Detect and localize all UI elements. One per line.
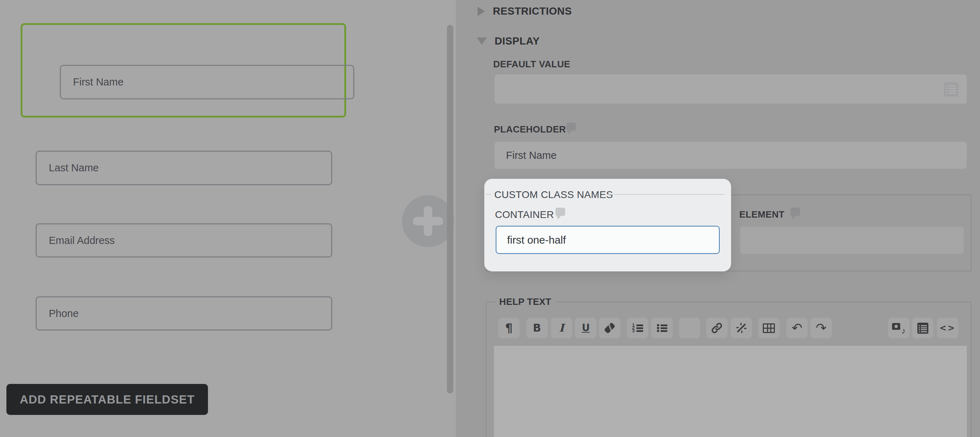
tooltip-icon[interactable] <box>791 208 800 216</box>
paragraph-icon: ¶ <box>505 322 513 334</box>
unlink-icon <box>735 322 748 334</box>
element-class-label: ELEMENT <box>739 209 784 220</box>
tooltip-icon[interactable] <box>566 122 576 131</box>
section-label: DISPLAY <box>495 35 540 47</box>
form-builder-screen: { "form_preview": { "fields": [ {"placeh… <box>0 0 980 437</box>
code-icon: <> <box>939 324 956 332</box>
field-placeholder-text: First Name <box>61 76 124 88</box>
italic-icon: I <box>559 323 564 333</box>
data-fields-icon <box>917 323 928 334</box>
container-class-input[interactable]: first one-half <box>496 226 720 254</box>
field-settings-panel: RESTRICTIONS DISPLAY DEFAULT VALUE PLACE… <box>456 0 980 437</box>
table-icon <box>763 323 775 333</box>
toolbar-bold-button[interactable]: B <box>526 318 548 338</box>
custom-class-names-legend: CUSTOM CLASS NAMES <box>494 189 613 200</box>
section-display[interactable]: DISPLAY <box>477 35 540 47</box>
toolbar-italic-button[interactable]: I <box>551 318 572 338</box>
container-class-label: CONTAINER <box>495 209 554 221</box>
expanded-arrow-icon <box>477 37 487 45</box>
placeholder-text: First Name <box>495 149 557 161</box>
help-text-legend: HELP TEXT <box>495 296 555 307</box>
toolbar-paragraph-button[interactable]: ¶ <box>498 318 520 338</box>
container-class-text: first one-half <box>496 234 566 246</box>
default-value-label: DEFAULT VALUE <box>493 59 571 70</box>
toolbar-add-media-button[interactable]: ♪ <box>888 318 910 338</box>
toolbar-undo-button[interactable]: ↶ <box>786 318 808 338</box>
form-field-phone[interactable]: Phone <box>36 296 332 331</box>
bold-icon: B <box>533 323 541 333</box>
vertical-scrollbar[interactable] <box>447 25 453 394</box>
undo-icon: ↶ <box>792 322 802 334</box>
help-text-editor[interactable] <box>494 346 967 437</box>
underline-icon: U <box>582 323 590 333</box>
section-restrictions[interactable]: RESTRICTIONS <box>477 5 572 17</box>
section-label: RESTRICTIONS <box>493 5 572 17</box>
toolbar-underline-button[interactable]: U <box>575 318 597 338</box>
form-preview-canvas: First Name Last Name Email Address Phone… <box>0 0 456 437</box>
add-media-icon: ♪ <box>892 322 905 334</box>
toolbar-unordered-list-button[interactable] <box>651 318 673 338</box>
redo-icon: ↷ <box>816 322 827 334</box>
add-field-button[interactable] <box>402 195 454 247</box>
ordered-list-icon: 1 2 3 <box>632 323 643 333</box>
toolbar-code-button[interactable]: <> <box>937 318 958 338</box>
toolbar-unlink-button[interactable] <box>731 318 752 338</box>
toolbar-redo-button[interactable]: ↷ <box>810 318 832 338</box>
eraser-icon <box>604 322 616 334</box>
toolbar-table-button[interactable] <box>758 318 780 338</box>
placeholder-label: PLACEHOLDER <box>494 124 566 135</box>
field-placeholder-text: Last Name <box>37 162 99 174</box>
toolbar-link-button[interactable] <box>706 318 727 338</box>
element-class-input[interactable] <box>740 227 964 254</box>
placeholder-input[interactable]: First Name <box>495 142 967 169</box>
link-icon <box>710 322 723 334</box>
field-placeholder-text: Phone <box>37 308 79 319</box>
toolbar-ordered-list-button[interactable]: 1 2 3 <box>627 318 648 338</box>
form-field-email[interactable]: Email Address <box>36 223 332 257</box>
form-field-first-name[interactable]: First Name <box>60 65 354 99</box>
toolbar-data-fields-button[interactable] <box>912 318 933 338</box>
unordered-list-icon <box>657 323 667 333</box>
add-repeatable-fieldset-button[interactable]: ADD REPEATABLE FIELDSET <box>6 384 208 415</box>
default-value-input[interactable] <box>495 75 967 104</box>
toolbar-remove-format-button[interactable] <box>599 318 620 338</box>
field-placeholder-text: Email Address <box>37 235 115 246</box>
selected-field-outline[interactable]: First Name <box>21 23 346 118</box>
tooltip-icon[interactable] <box>555 208 565 216</box>
fieldset-line <box>608 194 725 195</box>
custom-class-spotlight: CUSTOM CLASS NAMES CONTAINER first one-h… <box>484 179 731 272</box>
fieldset-line <box>486 194 491 195</box>
collapsed-arrow-icon <box>477 7 485 16</box>
plus-icon <box>424 206 432 236</box>
toolbar-align-button[interactable] <box>679 318 700 338</box>
form-field-last-name[interactable]: Last Name <box>36 151 332 185</box>
list-values-icon[interactable] <box>944 82 958 97</box>
